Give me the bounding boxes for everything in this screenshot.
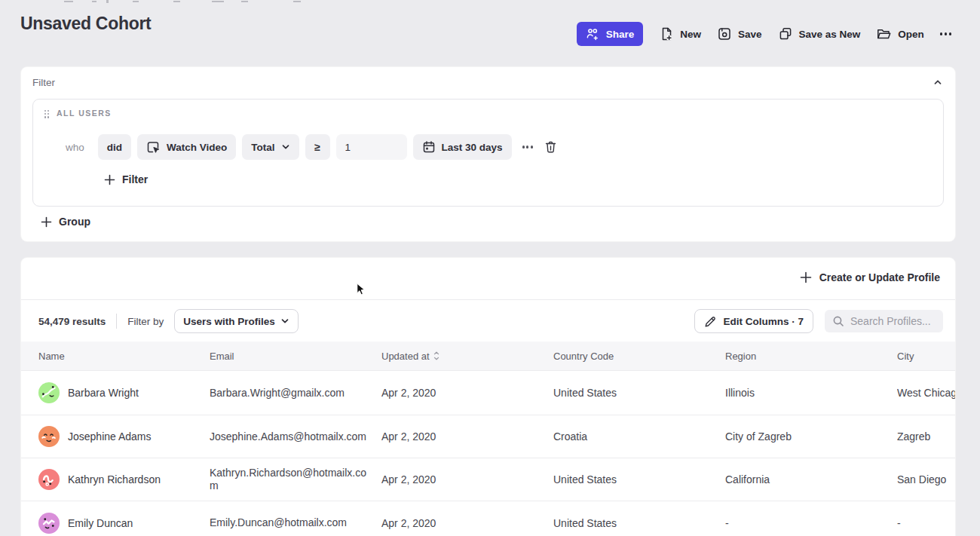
- table-row[interactable]: Barbara Wright Barbara.Wright@gmailx.com…: [21, 370, 955, 415]
- avatar: [38, 426, 60, 447]
- more-actions-button[interactable]: [940, 32, 951, 35]
- filter-by-label: Filter by: [127, 316, 164, 327]
- operator-chip[interactable]: ≥: [305, 134, 330, 160]
- edit-columns-button[interactable]: Edit Columns · 7: [694, 309, 813, 333]
- folder-open-icon: [876, 26, 892, 41]
- mouse-cursor: [357, 283, 366, 296]
- sort-icon: [433, 351, 439, 360]
- share-button[interactable]: Share: [577, 22, 644, 46]
- table-row[interactable]: Josephine Adams Josephine.Adams@hotmailx…: [21, 415, 955, 458]
- pencil-icon: [704, 315, 717, 328]
- page-title: Unsaved Cohort: [20, 14, 151, 34]
- save-button[interactable]: Save: [717, 26, 762, 41]
- value-input[interactable]: 1: [336, 134, 407, 160]
- column-header-email[interactable]: Email: [210, 351, 381, 362]
- date-range-chip[interactable]: Last 30 days: [413, 134, 512, 160]
- profiles-panel: Create or Update Profile 54,479 results …: [20, 257, 956, 536]
- profile-type-dropdown[interactable]: Users with Profiles: [174, 309, 299, 333]
- new-file-icon: [659, 26, 674, 41]
- filter-condition-row: who did Watch Video Total ≥ 1: [66, 134, 557, 160]
- avatar: [38, 513, 60, 534]
- delete-condition-button[interactable]: [544, 140, 557, 154]
- header-actions: Share New Save Save as New: [577, 22, 951, 46]
- new-button[interactable]: New: [659, 26, 701, 41]
- click-event-icon: [146, 140, 161, 155]
- avatar: [38, 469, 60, 490]
- share-users-icon: [586, 27, 600, 41]
- drag-handle-icon[interactable]: [44, 110, 49, 118]
- add-filter-button[interactable]: Filter: [104, 173, 148, 185]
- filter-panel-label: Filter: [32, 77, 55, 88]
- column-header-updated-at[interactable]: Updated at: [381, 351, 553, 362]
- collapse-chevron-icon[interactable]: [933, 77, 943, 87]
- column-header-region[interactable]: Region: [725, 351, 897, 362]
- search-profiles-field: [825, 310, 943, 332]
- aggregation-chip[interactable]: Total: [242, 134, 299, 160]
- results-count: 54,479 results: [38, 316, 106, 327]
- table-header: Name Email Updated at Country Code Regio…: [21, 342, 955, 370]
- column-header-country-code[interactable]: Country Code: [553, 351, 725, 362]
- filter-panel: Filter ALL USERS who did Watch Video Tot…: [20, 66, 956, 242]
- condition-more-button[interactable]: [522, 145, 534, 148]
- create-or-update-profile-button[interactable]: Create or Update Profile: [800, 271, 940, 283]
- save-icon: [717, 26, 732, 41]
- chevron-down-icon: [280, 317, 289, 326]
- event-chip[interactable]: Watch Video: [137, 134, 236, 160]
- open-button[interactable]: Open: [876, 26, 924, 41]
- chevron-down-icon: [281, 142, 290, 152]
- column-header-city[interactable]: City: [897, 351, 955, 362]
- divider: [116, 314, 117, 329]
- who-label: who: [66, 142, 84, 153]
- did-chip[interactable]: did: [98, 134, 131, 160]
- column-header-name[interactable]: Name: [38, 351, 210, 362]
- filter-group: ALL USERS who did Watch Video Total ≥: [32, 99, 944, 207]
- calendar-icon: [422, 140, 436, 154]
- search-icon: [832, 315, 844, 327]
- copy-icon: [778, 26, 793, 41]
- profiles-header-row: Create or Update Profile: [21, 258, 955, 300]
- add-group-button[interactable]: Group: [41, 216, 90, 228]
- table-row[interactable]: Emily Duncan Emily.Duncan@hotmailx.com A…: [21, 501, 955, 536]
- avatar: [38, 382, 60, 403]
- results-toolbar: 54,479 results Filter by Users with Prof…: [21, 301, 955, 342]
- save-as-new-button[interactable]: Save as New: [778, 26, 861, 41]
- table-row[interactable]: Kathryn Richardson Kathryn.Richardson@ho…: [21, 458, 955, 501]
- group-label: ALL USERS: [57, 109, 112, 118]
